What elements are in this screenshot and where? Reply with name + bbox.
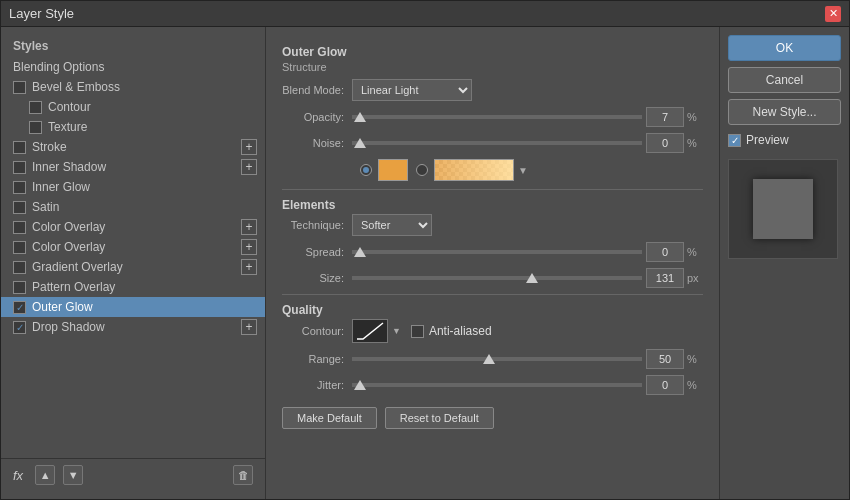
inner-glow-checkbox[interactable]: [13, 181, 26, 194]
structure-subtitle: Structure: [282, 61, 703, 73]
bevel-emboss-label: Bevel & Emboss: [32, 80, 120, 94]
left-item-inner-shadow[interactable]: Inner Shadow +: [1, 157, 265, 177]
contour-row: Contour: ▼ Anti-aliased: [282, 319, 703, 343]
drop-shadow-checkbox[interactable]: [13, 321, 26, 334]
window-title: Layer Style: [9, 6, 74, 21]
main-panel: Outer Glow Structure Blend Mode: Linear …: [266, 27, 719, 499]
left-item-color-overlay1[interactable]: Color Overlay +: [1, 217, 265, 237]
left-item-color-overlay2[interactable]: Color Overlay +: [1, 237, 265, 257]
contour-label: Contour: [48, 100, 91, 114]
color-swatch-gradient[interactable]: [434, 159, 514, 181]
texture-label: Texture: [48, 120, 87, 134]
stroke-checkbox[interactable]: [13, 141, 26, 154]
left-item-texture[interactable]: Texture: [1, 117, 265, 137]
satin-checkbox[interactable]: [13, 201, 26, 214]
range-slider-thumb[interactable]: [483, 354, 495, 364]
noise-slider-track[interactable]: [352, 141, 642, 145]
gradient-arrow[interactable]: ▼: [518, 165, 528, 176]
texture-checkbox[interactable]: [29, 121, 42, 134]
left-item-contour[interactable]: Contour: [1, 97, 265, 117]
spread-row: Spread: %: [282, 242, 703, 262]
window-body: Styles Blending Options Bevel & Emboss C…: [1, 27, 849, 499]
left-item-gradient-overlay[interactable]: Gradient Overlay +: [1, 257, 265, 277]
jitter-input[interactable]: [646, 375, 684, 395]
size-input[interactable]: [646, 268, 684, 288]
noise-slider-thumb[interactable]: [354, 138, 366, 148]
blend-mode-select[interactable]: Linear Light Normal Overlay: [352, 79, 472, 101]
opacity-label: Opacity:: [282, 111, 352, 123]
size-slider-track[interactable]: [352, 276, 642, 280]
range-slider-container: %: [352, 349, 703, 369]
preview-checkbox[interactable]: [728, 134, 741, 147]
spread-slider-thumb[interactable]: [354, 247, 366, 257]
left-item-satin[interactable]: Satin: [1, 197, 265, 217]
action-buttons-row: Make Default Reset to Default: [282, 407, 703, 429]
range-slider-track[interactable]: [352, 357, 642, 361]
gradient-radio[interactable]: [416, 164, 428, 176]
right-panel: OK Cancel New Style... Preview: [719, 27, 849, 499]
technique-select[interactable]: Softer Precise: [352, 214, 432, 236]
noise-label: Noise:: [282, 137, 352, 149]
opacity-slider-thumb[interactable]: [354, 112, 366, 122]
make-default-btn[interactable]: Make Default: [282, 407, 377, 429]
inner-shadow-checkbox[interactable]: [13, 161, 26, 174]
blending-options-label: Blending Options: [13, 60, 104, 74]
technique-label: Technique:: [282, 219, 352, 231]
color-overlay1-plus-btn[interactable]: +: [241, 219, 257, 235]
left-item-outer-glow[interactable]: Outer Glow: [1, 297, 265, 317]
stroke-label: Stroke: [32, 140, 67, 154]
up-btn[interactable]: ▲: [35, 465, 55, 485]
contour-row-label: Contour:: [282, 325, 352, 337]
inner-shadow-plus-btn[interactable]: +: [241, 159, 257, 175]
contour-checkbox[interactable]: [29, 101, 42, 114]
size-slider-thumb[interactable]: [526, 273, 538, 283]
anti-aliased-checkbox[interactable]: [411, 325, 424, 338]
spread-slider-container: %: [352, 242, 703, 262]
ok-button[interactable]: OK: [728, 35, 841, 61]
left-item-bevel-emboss[interactable]: Bevel & Emboss: [1, 77, 265, 97]
pattern-overlay-checkbox[interactable]: [13, 281, 26, 294]
divider-quality: [282, 294, 703, 295]
close-button[interactable]: ✕: [825, 6, 841, 22]
blending-options-item[interactable]: Blending Options: [1, 57, 265, 77]
range-input[interactable]: [646, 349, 684, 369]
spread-slider-track[interactable]: [352, 250, 642, 254]
outer-glow-checkbox[interactable]: [13, 301, 26, 314]
left-item-drop-shadow[interactable]: Drop Shadow +: [1, 317, 265, 337]
noise-input[interactable]: [646, 133, 684, 153]
blend-mode-label: Blend Mode:: [282, 84, 352, 96]
spread-unit: %: [687, 246, 703, 258]
opacity-slider-track[interactable]: [352, 115, 642, 119]
color-overlay1-checkbox[interactable]: [13, 221, 26, 234]
jitter-slider-track[interactable]: [352, 383, 642, 387]
new-style-button[interactable]: New Style...: [728, 99, 841, 125]
down-btn[interactable]: ▼: [63, 465, 83, 485]
gradient-overlay-plus-btn[interactable]: +: [241, 259, 257, 275]
drop-shadow-plus-btn[interactable]: +: [241, 319, 257, 335]
left-item-stroke[interactable]: Stroke +: [1, 137, 265, 157]
color-overlay2-checkbox[interactable]: [13, 241, 26, 254]
inner-glow-label: Inner Glow: [32, 180, 90, 194]
gradient-overlay-checkbox[interactable]: [13, 261, 26, 274]
contour-dropdown-arrow[interactable]: ▼: [392, 326, 401, 336]
noise-slider-container: %: [352, 133, 703, 153]
color-overlay2-plus-btn[interactable]: +: [241, 239, 257, 255]
color-radio[interactable]: [360, 164, 372, 176]
trash-btn[interactable]: 🗑: [233, 465, 253, 485]
left-item-inner-glow[interactable]: Inner Glow: [1, 177, 265, 197]
range-label: Range:: [282, 353, 352, 365]
jitter-slider-thumb[interactable]: [354, 380, 366, 390]
color-swatch-solid[interactable]: [378, 159, 408, 181]
bevel-emboss-checkbox[interactable]: [13, 81, 26, 94]
stroke-plus-btn[interactable]: +: [241, 139, 257, 155]
range-unit: %: [687, 353, 703, 365]
reset-to-default-btn[interactable]: Reset to Default: [385, 407, 494, 429]
cancel-button[interactable]: Cancel: [728, 67, 841, 93]
outer-glow-label: Outer Glow: [32, 300, 93, 314]
opacity-input[interactable]: [646, 107, 684, 127]
spread-input[interactable]: [646, 242, 684, 262]
preview-label: Preview: [746, 133, 789, 147]
contour-swatch[interactable]: [352, 319, 388, 343]
left-item-pattern-overlay[interactable]: Pattern Overlay: [1, 277, 265, 297]
preview-canvas: [728, 159, 838, 259]
